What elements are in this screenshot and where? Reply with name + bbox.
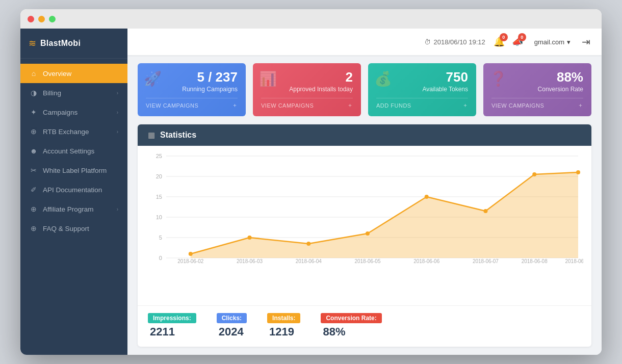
clicks-badge: Clicks:	[217, 313, 247, 323]
stat-card-running-campaigns[interactable]: 🚀 5 / 237 Running Campaigns VIEW CAMPAIG…	[138, 63, 246, 116]
main-area: ⏱ 2018/06/10 19:12 🔔 0 📣 0 gmail.com ▾	[127, 29, 602, 355]
chevron-right-icon: ›	[117, 129, 118, 135]
installs-value: 1219	[267, 325, 300, 339]
sidebar-item-api-docs[interactable]: ✐ API Documentation	[20, 180, 127, 199]
impressions-value: 2211	[148, 325, 196, 339]
sidebar-item-affiliate[interactable]: ⊕ Affiliate Program ›	[20, 199, 127, 219]
sidebar-item-account-label: Account Settings	[43, 147, 94, 155]
dot-green[interactable]	[49, 16, 56, 22]
view-conversion-link[interactable]: VIEW CAMPAIGNS	[491, 102, 544, 109]
svg-text:0: 0	[159, 255, 162, 261]
sidebar-item-billing-label: Billing	[43, 89, 61, 97]
datetime-text: 2018/06/10 19:12	[434, 38, 485, 46]
topbar-icons: 🔔 0 📣 0 gmail.com ▾ ⇥	[494, 36, 590, 48]
sidebar-item-white-label-text: White Label Platform	[43, 167, 107, 174]
account-icon: ☻	[30, 147, 38, 155]
svg-text:2018-06-07: 2018-06-07	[473, 258, 499, 263]
svg-text:10: 10	[156, 214, 162, 220]
chart-dot	[248, 236, 252, 240]
svg-text:2018-06-05: 2018-06-05	[355, 258, 381, 263]
svg-text:2018-06-06: 2018-06-06	[413, 258, 439, 263]
sidebar-item-white-label[interactable]: ✂ White Label Platform	[20, 161, 127, 180]
svg-text:25: 25	[156, 153, 162, 159]
rocket-icon: 🚀	[144, 70, 162, 87]
svg-text:2018-06-08: 2018-06-08	[522, 258, 548, 263]
sidebar-item-campaigns-label: Campaigns	[43, 109, 77, 116]
chart-bar-icon: ▦	[148, 131, 155, 140]
svg-text:2018-06-04: 2018-06-04	[296, 258, 322, 263]
svg-text:15: 15	[156, 194, 162, 200]
logout-icon: ⇥	[582, 36, 590, 47]
chevron-right-icon: ›	[117, 206, 118, 212]
topbar-datetime: ⏱ 2018/06/10 19:12	[424, 38, 485, 46]
dropdown-icon: ▾	[567, 38, 571, 46]
clicks-value: 2024	[217, 325, 247, 339]
chart-legend: Impressions: 2211 Clicks: 2024 Installs:…	[138, 305, 591, 347]
stat-action-installs: VIEW CAMPAIGNS ＋	[261, 98, 353, 109]
sidebar-item-faq-label: FAQ & Support	[43, 225, 89, 232]
conversion-badge: Conversion Rate:	[321, 313, 381, 323]
notification-badge: 0	[500, 33, 508, 41]
chart-icon: 📊	[259, 70, 277, 87]
plus-icon: ＋	[578, 101, 584, 109]
chart-body: 25 20 15 10 5 0 2018-06-02 2018-06-03 20…	[138, 146, 591, 305]
stat-action-conversion: VIEW CAMPAIGNS ＋	[491, 98, 583, 109]
dot-yellow[interactable]	[38, 16, 45, 22]
view-campaigns-link[interactable]: VIEW CAMPAIGNS	[146, 102, 198, 109]
app-layout: ≋ BlastMobi ⌂ Overview ◑ Billing › ✦ Cam…	[20, 29, 602, 355]
sidebar-item-rtb-label: RTB Exchange	[43, 128, 89, 136]
stat-card-conversion[interactable]: ❓ 88% Conversion Rate VIEW CAMPAIGNS ＋	[483, 63, 591, 116]
sidebar-item-account-settings[interactable]: ☻ Account Settings	[20, 141, 127, 161]
home-icon: ⌂	[30, 69, 38, 77]
alerts-button[interactable]: 📣 0	[512, 36, 523, 47]
stat-card-installs[interactable]: 📊 2 Approved Installs today VIEW CAMPAIG…	[253, 63, 361, 116]
dot-red[interactable]	[28, 16, 34, 22]
svg-text:2018-06-03: 2018-06-03	[237, 258, 263, 263]
chart-dot	[483, 209, 487, 213]
money-icon: 💰	[374, 70, 392, 87]
chart-svg: 25 20 15 10 5 0 2018-06-02 2018-06-03 20…	[146, 151, 583, 263]
svg-text:5: 5	[159, 235, 162, 241]
installs-badge: Installs:	[267, 313, 300, 323]
sidebar-item-rtb-exchange[interactable]: ⊕ RTB Exchange ›	[20, 122, 127, 141]
conversion-value: 88%	[321, 325, 381, 339]
sidebar-item-overview[interactable]: ⌂ Overview	[20, 64, 127, 83]
white-label-icon: ✂	[30, 166, 38, 174]
legend-installs: Installs: 1219	[267, 313, 300, 339]
notifications-button[interactable]: 🔔 0	[494, 36, 505, 47]
rtb-icon: ⊕	[30, 127, 38, 136]
chart-dot	[306, 242, 310, 246]
add-funds-link[interactable]: ADD FUNDS	[376, 102, 411, 109]
sidebar-item-billing[interactable]: ◑ Billing ›	[20, 83, 127, 102]
sidebar-item-affiliate-label: Affiliate Program	[43, 205, 94, 213]
faq-icon: ⊕	[30, 224, 38, 232]
sidebar-item-api-label: API Documentation	[43, 186, 102, 194]
user-menu[interactable]: gmail.com ▾	[530, 36, 575, 48]
chart-dot	[425, 195, 429, 199]
sidebar-item-campaigns[interactable]: ✦ Campaigns ›	[20, 102, 127, 122]
legend-conversion: Conversion Rate: 88%	[321, 313, 381, 339]
clock-icon: ⏱	[424, 38, 431, 46]
browser-bar	[20, 9, 602, 29]
stat-card-tokens[interactable]: 💰 750 Available Tokens ADD FUNDS ＋	[368, 63, 476, 116]
chart-title: Statistics	[160, 131, 196, 140]
logout-button[interactable]: ⇥	[582, 36, 590, 48]
plus-icon: ＋	[462, 101, 469, 109]
view-installs-link[interactable]: VIEW CAMPAIGNS	[261, 102, 314, 109]
affiliate-icon: ⊕	[30, 205, 38, 213]
campaigns-icon: ✦	[30, 108, 38, 116]
sidebar-item-faq[interactable]: ⊕ FAQ & Support	[20, 219, 127, 238]
chart-dot	[576, 170, 580, 174]
legend-impressions: Impressions: 2211	[148, 313, 196, 339]
api-icon: ✐	[30, 186, 38, 194]
impressions-badge: Impressions:	[148, 313, 196, 323]
stats-row: 🚀 5 / 237 Running Campaigns VIEW CAMPAIG…	[127, 55, 602, 124]
nav-list: ⌂ Overview ◑ Billing › ✦ Campaigns › ⊕ R…	[20, 59, 127, 355]
topbar: ⏱ 2018/06/10 19:12 🔔 0 📣 0 gmail.com ▾	[127, 29, 602, 55]
billing-icon: ◑	[30, 89, 38, 97]
alerts-badge: 0	[518, 33, 526, 41]
logo-icon: ≋	[29, 38, 36, 49]
chevron-right-icon: ›	[117, 110, 118, 115]
browser-window: ≋ BlastMobi ⌂ Overview ◑ Billing › ✦ Cam…	[20, 9, 602, 355]
chart-header: ▦ Statistics	[138, 124, 591, 146]
